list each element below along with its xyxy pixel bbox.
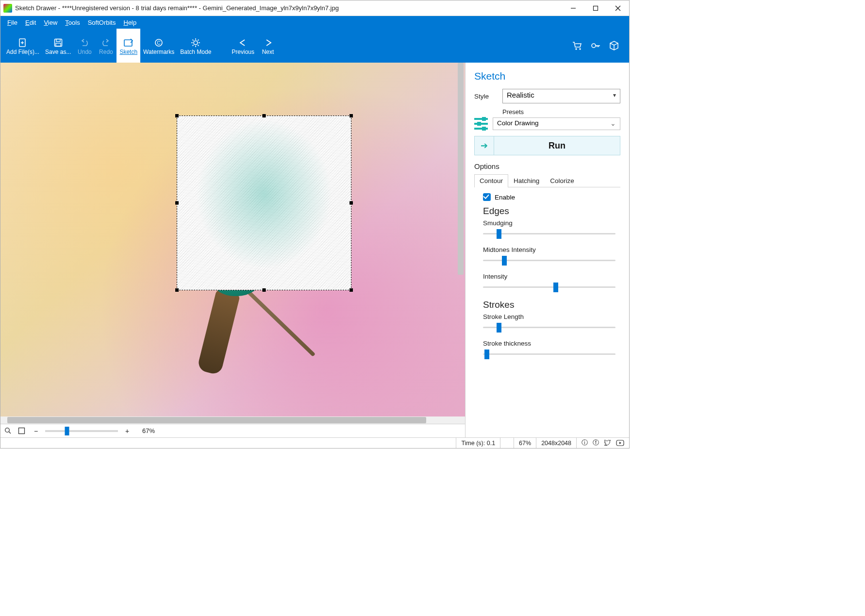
enable-checkbox[interactable] — [483, 193, 491, 201]
facebook-icon[interactable]: ⓕ — [593, 439, 599, 447]
tab-contour[interactable]: Contour — [474, 174, 508, 187]
gear-icon — [191, 37, 200, 48]
svg-line-21 — [198, 39, 199, 40]
stroke-length-label: Stroke Length — [483, 313, 620, 320]
undo-button[interactable]: Undo — [74, 29, 95, 63]
watermarks-button[interactable]: C Watermarks — [140, 29, 177, 63]
title-bar: Sketch Drawer - ****Unregistered version… — [0, 0, 629, 16]
smudging-label: Smudging — [483, 219, 620, 227]
presets-label: Presets — [502, 108, 620, 116]
svg-point-24 — [592, 44, 596, 48]
image-canvas[interactable] — [0, 63, 465, 416]
toolbar: Add File(s)... Save as... Undo Redo — [0, 29, 629, 63]
undo-label: Undo — [78, 49, 92, 55]
tab-hatching[interactable]: Hatching — [508, 174, 545, 187]
panel-title: Sketch — [474, 70, 620, 82]
next-label: Next — [262, 49, 274, 55]
menu-bar: File Edit View Tools SoftOrbits Help — [0, 16, 629, 29]
redo-button[interactable]: Redo — [95, 29, 116, 63]
zoom-fit-icon[interactable] — [18, 427, 27, 434]
vertical-scrollbar[interactable] — [458, 63, 464, 416]
handle-e[interactable] — [349, 201, 353, 205]
save-icon — [53, 37, 63, 48]
next-button[interactable]: Next — [257, 29, 279, 63]
arrow-right-icon — [263, 37, 273, 48]
handle-ne[interactable] — [349, 114, 353, 117]
status-bar: Time (s): 0.1 67% 2048x2048 ⓘ ⓕ — [0, 437, 629, 448]
intensity-slider[interactable] — [483, 282, 615, 292]
box-icon[interactable] — [609, 40, 619, 51]
add-files-button[interactable]: Add File(s)... — [3, 29, 42, 63]
svg-text:C: C — [157, 40, 161, 46]
zoom-out-button[interactable]: − — [32, 427, 40, 435]
handle-nw[interactable] — [175, 114, 179, 117]
run-arrow-icon: ➔ — [474, 136, 494, 155]
key-icon[interactable] — [590, 41, 601, 50]
zoom-percent: 67% — [142, 427, 155, 434]
midtones-label: Midtones Intensity — [483, 246, 620, 253]
handle-se[interactable] — [349, 288, 353, 292]
smudging-slider[interactable] — [483, 229, 615, 238]
close-button[interactable] — [607, 0, 629, 16]
handle-n[interactable] — [263, 114, 266, 117]
strokes-heading: Strokes — [483, 300, 620, 310]
menu-file[interactable]: File — [3, 18, 21, 27]
save-as-label: Save as... — [45, 49, 71, 55]
run-button[interactable]: Run — [494, 136, 620, 155]
handle-w[interactable] — [175, 201, 179, 205]
redo-icon — [101, 37, 111, 48]
zoom-actual-icon[interactable] — [4, 427, 13, 434]
horizontal-scrollbar[interactable] — [0, 416, 465, 424]
cart-icon[interactable] — [572, 41, 582, 50]
app-window: Sketch Drawer - ****Unregistered version… — [0, 0, 630, 449]
save-as-button[interactable]: Save as... — [42, 29, 74, 63]
edges-heading: Edges — [483, 206, 620, 216]
style-dropdown[interactable]: Realistic — [502, 89, 620, 103]
tab-colorize[interactable]: Colorize — [545, 174, 580, 187]
sketch-label: Sketch — [119, 49, 137, 55]
menu-softorbits[interactable]: SoftOrbits — [84, 18, 120, 27]
handle-s[interactable] — [263, 288, 266, 292]
arrow-left-icon — [238, 37, 248, 48]
previous-label: Previous — [232, 49, 254, 55]
intensity-label: Intensity — [483, 273, 620, 280]
presets-icon[interactable] — [474, 118, 488, 130]
style-label: Style — [474, 93, 498, 100]
previous-button[interactable]: Previous — [229, 29, 257, 63]
side-panel: Sketch Style Realistic Presets Color Dra… — [465, 63, 629, 437]
main-area: − + 67% Sketch Style Realistic Presets C… — [0, 63, 629, 437]
zoom-slider[interactable] — [45, 430, 118, 432]
sketch-button[interactable]: Sketch — [116, 29, 140, 63]
info-icon[interactable]: ⓘ — [582, 439, 588, 447]
watermarks-label: Watermarks — [143, 49, 174, 55]
undo-icon — [80, 37, 89, 48]
stroke-thickness-slider[interactable] — [483, 349, 615, 359]
selection-box[interactable] — [177, 116, 351, 290]
options-heading: Options — [474, 162, 620, 170]
menu-help[interactable]: Help — [119, 18, 140, 27]
minimize-icon — [570, 5, 576, 11]
options-tabs: Contour Hatching Colorize — [474, 174, 620, 187]
stroke-length-slider[interactable] — [483, 322, 615, 332]
minimize-button[interactable] — [562, 0, 584, 16]
svg-line-18 — [193, 39, 194, 40]
menu-view[interactable]: View — [40, 18, 61, 27]
svg-point-22 — [575, 48, 577, 50]
status-time: Time (s): 0.1 — [456, 438, 500, 448]
menu-tools[interactable]: Tools — [61, 18, 83, 27]
maximize-button[interactable] — [584, 0, 607, 16]
midtones-slider[interactable] — [483, 255, 615, 265]
enable-label: Enable — [495, 194, 515, 201]
handle-sw[interactable] — [175, 288, 179, 292]
window-title: Sketch Drawer - ****Unregistered version… — [15, 4, 562, 12]
batch-mode-label: Batch Mode — [180, 49, 211, 55]
youtube-icon[interactable] — [616, 440, 624, 446]
menu-edit[interactable]: Edit — [21, 18, 40, 27]
zoom-in-button[interactable]: + — [123, 427, 132, 435]
twitter-icon[interactable] — [604, 440, 611, 446]
presets-dropdown[interactable]: Color Drawing — [493, 117, 620, 130]
svg-rect-9 — [56, 43, 61, 46]
batch-mode-button[interactable]: Batch Mode — [177, 29, 214, 63]
svg-line-19 — [198, 45, 199, 46]
maximize-icon — [593, 5, 599, 11]
